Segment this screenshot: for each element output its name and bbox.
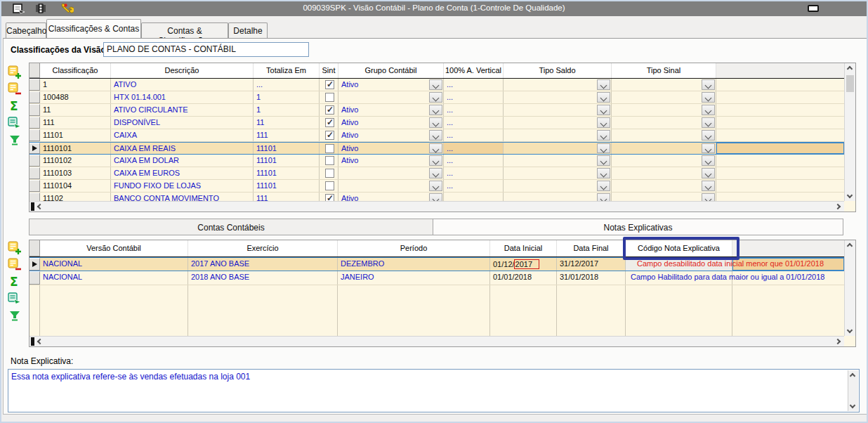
- post-edit-button[interactable]: [7, 292, 22, 306]
- table-row[interactable]: 100488 HTX 01.14.001 1 ...: [29, 91, 844, 104]
- dropdown-button[interactable]: [702, 117, 715, 128]
- splitter-grip[interactable]: [31, 337, 34, 346]
- grid2-vertical-scrollbar[interactable]: [844, 240, 855, 336]
- vision-field-input[interactable]: PLANO DE CONTAS - CONTÁBIL: [103, 42, 309, 57]
- cell-tipo-saldo[interactable]: [504, 117, 612, 129]
- cell-totaliza[interactable]: 11101: [254, 143, 320, 154]
- cell-descricao[interactable]: ATIVO: [111, 79, 254, 91]
- tab-notas-explicativas[interactable]: Notas Explicativas: [433, 219, 843, 235]
- splitter-grip[interactable]: [31, 202, 34, 211]
- grid1-horizontal-scrollbar[interactable]: [29, 201, 844, 212]
- dropdown-button[interactable]: [429, 143, 442, 153]
- grid1-col-tipo-sinal[interactable]: Tipo Sinal: [612, 63, 716, 78]
- cell-sint[interactable]: [320, 193, 338, 201]
- cell-codigo-nota[interactable]: Campo desabilitado data inicial menor qu…: [626, 258, 732, 271]
- sint-checkbox[interactable]: [325, 80, 334, 89]
- delete-row-button[interactable]: [7, 258, 22, 273]
- dropdown-button[interactable]: [597, 168, 610, 178]
- scroll-down-icon[interactable]: [847, 327, 853, 333]
- dropdown-button[interactable]: [702, 143, 715, 153]
- cell-sint[interactable]: [320, 143, 338, 154]
- cell-sint[interactable]: [320, 104, 338, 116]
- dropdown-button[interactable]: [702, 130, 715, 141]
- grid2-col-codigo-nota[interactable]: Código Nota Explicativa: [626, 240, 732, 256]
- sint-checkbox[interactable]: [325, 93, 334, 102]
- scroll-down-icon[interactable]: [850, 403, 855, 408]
- cell-tipo-sinal[interactable]: [612, 143, 716, 154]
- scroll-right-icon[interactable]: [835, 339, 841, 344]
- add-row-button[interactable]: [7, 241, 22, 256]
- cell-data-inicial[interactable]: 01/01/2018: [490, 271, 557, 285]
- cell-grupo[interactable]: Ativo: [338, 193, 444, 201]
- dropdown-button[interactable]: [597, 130, 610, 141]
- cell-periodo[interactable]: DEZEMBRO: [338, 258, 490, 271]
- sint-checkbox[interactable]: [325, 181, 334, 190]
- dropdown-button[interactable]: [702, 193, 715, 201]
- tab-classificacoes-contas[interactable]: Classificações & Contas: [46, 19, 141, 38]
- table-row[interactable]: 1110102 CAIXA EM DOLAR 11101 Ativo ...: [29, 155, 844, 167]
- sint-checkbox[interactable]: [325, 105, 334, 115]
- cell-totaliza[interactable]: 1: [254, 91, 320, 103]
- cell-classificacao[interactable]: 1: [40, 79, 111, 91]
- tab-contas-classificacoes[interactable]: Contas & Classificações: [141, 22, 228, 38]
- dropdown-button[interactable]: [702, 155, 715, 166]
- cell-exercicio[interactable]: 2017 ANO BASE: [188, 258, 338, 271]
- cell-tipo-saldo[interactable]: [504, 91, 612, 103]
- sum-button[interactable]: Σ: [7, 275, 22, 289]
- dropdown-button[interactable]: [702, 79, 715, 90]
- dropdown-button[interactable]: [429, 105, 442, 115]
- nota-explicativa-textarea[interactable]: Essa nota explicativa refere-se às venda…: [8, 369, 860, 412]
- scroll-right-icon[interactable]: [835, 204, 841, 209]
- table-row[interactable]: 111 DISPONÍVEL 11 Ativo ...: [29, 117, 844, 129]
- textarea-vertical-scrollbar[interactable]: [848, 370, 858, 411]
- grid1-col-descricao[interactable]: Descrição: [111, 63, 254, 78]
- dropdown-button[interactable]: [702, 105, 715, 115]
- cell-descricao[interactable]: CAIXA: [111, 129, 254, 141]
- cell-classificacao[interactable]: 11: [40, 104, 111, 116]
- cell-versao[interactable]: NACIONAL: [40, 271, 188, 285]
- cell-grupo[interactable]: Ativo: [338, 117, 444, 129]
- dropdown-button[interactable]: [597, 155, 610, 166]
- scroll-up-icon[interactable]: [847, 66, 853, 72]
- cell-classificacao[interactable]: 100488: [40, 91, 111, 103]
- cell-codigo-nota[interactable]: Campo Habilitado para data maior ou igua…: [626, 271, 732, 285]
- cell-grupo[interactable]: [338, 167, 444, 179]
- cell-descricao[interactable]: CAIXA EM REAIS: [111, 143, 254, 154]
- grid1-col-sint[interactable]: Sint: [320, 63, 338, 78]
- cell-tipo-sinal[interactable]: [612, 167, 716, 179]
- cell-descricao[interactable]: BANCO CONTA MOVIMENTO: [111, 193, 254, 201]
- cell-tipo-saldo[interactable]: [504, 193, 612, 201]
- sint-checkbox[interactable]: [325, 118, 334, 127]
- dropdown-button[interactable]: [597, 105, 610, 115]
- scroll-down-icon[interactable]: [847, 193, 853, 198]
- table-row[interactable]: 1110104 FUNDO FIXO DE LOJAS 11101 ...: [29, 180, 844, 193]
- cell-data-final[interactable]: 31/01/2018: [557, 271, 626, 285]
- cell-descricao[interactable]: CAIXA EM DOLAR: [111, 155, 254, 167]
- scroll-up-icon[interactable]: [850, 373, 855, 379]
- cell-grupo[interactable]: [338, 91, 444, 103]
- table-row[interactable]: 1 ATIVO ... Ativo ...: [29, 79, 844, 91]
- table-row[interactable]: NACIONAL 2018 ANO BASE JANEIRO 01/01/201…: [29, 271, 844, 285]
- cell-vertical[interactable]: ...: [444, 129, 504, 141]
- dropdown-button[interactable]: [429, 168, 442, 178]
- post-edit-button[interactable]: [7, 116, 22, 131]
- cell-grupo[interactable]: Ativo: [338, 155, 444, 167]
- dropdown-button[interactable]: [429, 130, 442, 141]
- cell-tipo-saldo[interactable]: [504, 180, 612, 192]
- dropdown-button[interactable]: [702, 168, 715, 178]
- cell-classificacao[interactable]: 1110102: [40, 155, 111, 167]
- dropdown-button[interactable]: [429, 155, 442, 166]
- cell-descricao[interactable]: CAIXA EM EUROS: [111, 167, 254, 179]
- sum-button[interactable]: Σ: [7, 99, 22, 114]
- cell-tipo-saldo[interactable]: [504, 79, 612, 91]
- grid2-col-versao[interactable]: Versão Contábil: [40, 240, 188, 256]
- grid2-col-data-final[interactable]: Data Final: [557, 240, 626, 256]
- minimize-button[interactable]: [808, 5, 819, 12]
- cell-vertical-focused[interactable]: ...: [444, 143, 504, 154]
- cell-exercicio[interactable]: 2018 ANO BASE: [188, 271, 338, 285]
- cell-tipo-sinal[interactable]: [612, 155, 716, 167]
- dropdown-button[interactable]: [429, 181, 442, 191]
- table-row-selected[interactable]: 1110101 CAIXA EM REAIS 11101 Ativo ...: [29, 142, 844, 155]
- cell-totaliza[interactable]: ...: [254, 79, 320, 91]
- sint-checkbox[interactable]: [325, 144, 334, 153]
